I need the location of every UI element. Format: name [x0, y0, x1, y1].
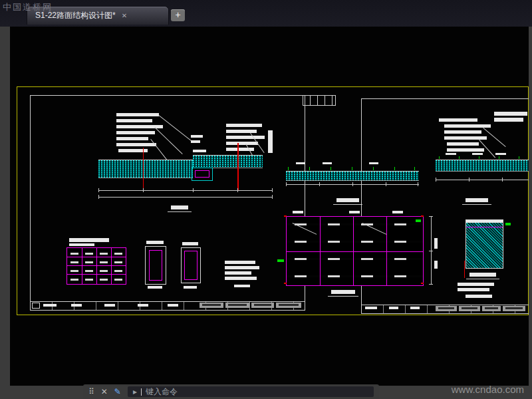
- new-tab-button[interactable]: +: [171, 9, 185, 21]
- leader-text-bar: [116, 113, 159, 116]
- dimension-tick: [429, 216, 433, 217]
- watermark-top-left: 中国道桥网: [3, 1, 53, 13]
- command-line-bar[interactable]: ⠿ ✕ ✎ ▸ 键入命令: [83, 384, 379, 399]
- green-marker: [499, 156, 499, 159]
- prompt-icon: ▸: [133, 387, 137, 396]
- table-header-bar: [69, 238, 109, 242]
- strip-cell-bar: [71, 304, 82, 307]
- drag-handle-icon[interactable]: ⠿: [88, 386, 94, 397]
- strip-button: [436, 306, 457, 311]
- view-label-underline: [462, 204, 491, 205]
- strip-cell-bar: [104, 304, 115, 307]
- annotation-bar: [392, 211, 403, 213]
- grid-line: [386, 217, 387, 285]
- red-marker: [421, 283, 424, 284]
- centerline: [237, 143, 239, 191]
- annotation-bar: [191, 140, 200, 143]
- grid-line: [353, 217, 354, 285]
- green-marker: [352, 167, 352, 170]
- leader-text-bar: [226, 130, 257, 133]
- green-marker: [479, 156, 479, 159]
- command-input[interactable]: ▸ 键入命令: [128, 386, 374, 397]
- leader-text-bar: [116, 131, 155, 134]
- red-marker: [421, 215, 424, 217]
- dimension-tick: [429, 284, 433, 285]
- detail-inner: [184, 251, 198, 280]
- text-caret: [141, 388, 142, 396]
- vertical-text-bar: [434, 238, 438, 249]
- view-label: [336, 198, 359, 202]
- dimension-tick: [272, 195, 273, 199]
- red-marker: [464, 261, 465, 278]
- leader-text-bar: [494, 112, 527, 116]
- strip-cell-bar: [43, 304, 57, 307]
- table-header-bar: [69, 243, 94, 246]
- red-marker: [284, 283, 287, 284]
- section-hatch: [193, 155, 263, 168]
- tab-close-icon[interactable]: ✕: [122, 12, 127, 19]
- detail-label: [146, 241, 164, 244]
- green-marker: [439, 156, 440, 159]
- centerline: [143, 148, 144, 189]
- annotation-bar: [349, 211, 360, 213]
- strip-button: [482, 306, 501, 311]
- note-text-bar: [458, 283, 494, 286]
- dimension-line: [98, 190, 273, 191]
- leader-text-bar: [444, 130, 481, 134]
- leader-text-bar: [447, 148, 484, 152]
- leader-text-bar: [444, 124, 491, 128]
- green-marker: [373, 167, 374, 170]
- material-table: [66, 247, 126, 285]
- close-icon[interactable]: ✕: [101, 386, 108, 397]
- annotation-bar: [472, 153, 483, 155]
- dimension-tick: [272, 188, 273, 192]
- dimension-tick: [237, 188, 238, 192]
- strip-button: [276, 303, 301, 308]
- vertical-text-bar: [434, 261, 438, 269]
- block-magenta-line: [466, 227, 503, 227]
- detail-caption: [148, 286, 162, 289]
- leader-text-bar: [226, 124, 262, 127]
- view-label: [466, 198, 488, 202]
- dimension-tick: [502, 178, 503, 182]
- dimension-tick: [286, 182, 287, 186]
- annotation-bar: [193, 150, 206, 152]
- green-marker: [459, 156, 460, 159]
- leader-text-bar: [439, 118, 477, 122]
- strip-button: [503, 306, 525, 311]
- command-placeholder: 键入命令: [146, 386, 178, 398]
- strip-button: [251, 303, 274, 308]
- annotation-bar: [369, 162, 378, 164]
- green-marker: [416, 219, 421, 222]
- dimension-tick: [418, 182, 418, 186]
- red-marker: [284, 215, 287, 217]
- grid-line: [320, 217, 321, 285]
- dimension-tick: [193, 188, 194, 192]
- annotation-bar: [446, 153, 456, 155]
- annotation-bar: [323, 162, 332, 164]
- dimension-tick: [98, 188, 99, 192]
- green-marker: [277, 259, 284, 262]
- dimension-tick: [352, 182, 353, 186]
- section-hatch: [98, 160, 193, 178]
- drawing-canvas[interactable]: [10, 27, 529, 386]
- leader-text-bar: [447, 142, 479, 146]
- dimension-tick: [319, 182, 320, 186]
- dimension-tick: [429, 251, 433, 251]
- table-grid-line: [96, 248, 97, 284]
- strip-cell-bar: [138, 304, 148, 307]
- strip-cell-bar: [168, 304, 178, 307]
- pencil-icon: ✎: [114, 386, 121, 397]
- view-label: [469, 273, 496, 277]
- dimension-tick: [143, 188, 144, 192]
- table-grid-line: [111, 248, 112, 284]
- note-text-bar: [234, 285, 250, 287]
- green-marker: [505, 223, 511, 225]
- leader-text-bar: [226, 142, 258, 145]
- dimension-tick: [469, 178, 469, 182]
- strip-button: [225, 303, 249, 308]
- vertical-text-bar: [268, 130, 273, 153]
- plan-grid: [286, 216, 424, 286]
- section-hatch: [286, 171, 419, 181]
- annotation-bar: [296, 162, 305, 164]
